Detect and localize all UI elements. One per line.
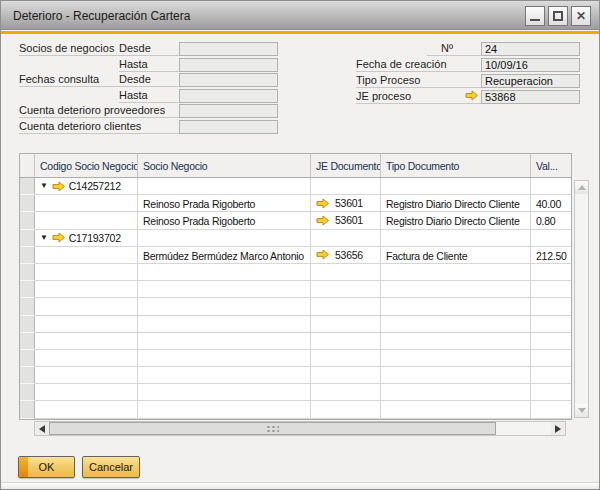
- field-label: Hasta: [119, 89, 179, 103]
- table-row-empty[interactable]: [20, 350, 571, 367]
- window-title: Deterioro - Recuperación Cartera: [13, 9, 190, 23]
- je-proceso-field[interactable]: 53868: [481, 90, 580, 104]
- link-arrow-icon[interactable]: [316, 249, 329, 260]
- table-row-group[interactable]: ▼ C17193702: [20, 230, 571, 247]
- table-row[interactable]: Reinoso Prada Rigoberto 53601 Registro D…: [20, 195, 571, 212]
- je-documento-cell: 53656: [335, 249, 363, 261]
- socio-negocio-cell: Reinoso Prada Rigoberto: [138, 212, 311, 229]
- ok-button[interactable]: OK: [18, 456, 75, 478]
- socio-negocio-cell: Reinoso Prada Rigoberto: [138, 195, 311, 212]
- filter-form: Socios de negocios Desde Hasta Fechas co…: [19, 42, 297, 135]
- column-header[interactable]: Socio Negocio: [138, 154, 311, 177]
- table-row-empty[interactable]: [20, 281, 571, 298]
- scroll-right-icon: [555, 425, 565, 433]
- form-row: Cuenta deterioro proveedores: [19, 104, 297, 120]
- column-header[interactable]: Codigo Socio Negocio: [35, 154, 138, 177]
- table-row-empty[interactable]: [20, 316, 571, 333]
- fechas-desde-field[interactable]: [179, 73, 278, 87]
- scroll-up-button[interactable]: [575, 181, 588, 194]
- row-selector[interactable]: [20, 298, 35, 315]
- titlebar[interactable]: Deterioro - Recuperación Cartera ✕: [1, 1, 599, 30]
- fechas-hasta-field[interactable]: [179, 89, 278, 103]
- table-row-empty[interactable]: [20, 401, 571, 418]
- socios-hasta-field[interactable]: [179, 58, 278, 72]
- close-button[interactable]: ✕: [571, 6, 591, 26]
- tipo-documento-cell: Registro Diario Directo Cliente: [381, 195, 531, 212]
- form-row: Fechas consulta Desde: [19, 73, 297, 89]
- column-header[interactable]: JE Documento: [311, 154, 381, 177]
- field-label: JE proceso: [356, 90, 411, 103]
- row-selector[interactable]: [20, 247, 35, 264]
- scroll-left-button[interactable]: [35, 422, 49, 435]
- table-row[interactable]: Reinoso Prada Rigoberto 53601 Registro D…: [20, 212, 571, 229]
- table-row-empty[interactable]: [20, 298, 571, 315]
- default-button-stripe: [19, 457, 28, 477]
- form-row: Socios de negocios Desde: [19, 42, 297, 58]
- maximize-button[interactable]: [548, 6, 568, 26]
- tipo-proceso-field[interactable]: Recuperacion: [481, 74, 580, 88]
- tipo-documento-cell: Factura de Cliente: [381, 247, 531, 264]
- row-selector[interactable]: [20, 316, 35, 333]
- row-selector-header[interactable]: [20, 154, 35, 177]
- row-selector[interactable]: [20, 212, 35, 229]
- link-arrow-icon[interactable]: [316, 215, 329, 226]
- field-label: Desde: [119, 73, 179, 87]
- row-selector[interactable]: [20, 367, 35, 384]
- table-row-group[interactable]: ▼ C14257212: [20, 178, 571, 195]
- link-arrow-icon[interactable]: [316, 198, 329, 209]
- fecha-creacion-field[interactable]: 10/09/16: [481, 58, 580, 72]
- je-documento-cell: 53601: [335, 214, 363, 226]
- collapse-icon[interactable]: ▼: [40, 234, 48, 242]
- scroll-up-icon: [578, 181, 586, 190]
- row-selector[interactable]: [20, 350, 35, 367]
- table-row-empty[interactable]: [20, 384, 571, 401]
- row-selector[interactable]: [20, 178, 35, 195]
- scroll-down-icon: [578, 408, 586, 417]
- table-row-empty[interactable]: [20, 367, 571, 384]
- scroll-right-button[interactable]: [551, 422, 565, 435]
- scroll-down-button[interactable]: [575, 404, 588, 417]
- vertical-scrollbar[interactable]: [574, 180, 589, 418]
- minimize-icon: [530, 19, 540, 21]
- je-documento-cell: 53601: [335, 197, 363, 209]
- documents-table: Codigo Socio Negocio Socio Negocio JE Do…: [19, 153, 572, 420]
- row-selector[interactable]: [20, 281, 35, 298]
- dialog-window: Deterioro - Recuperación Cartera ✕ Socio…: [0, 0, 600, 490]
- cuenta-proveedores-field[interactable]: [179, 104, 278, 118]
- table-row-empty[interactable]: [20, 264, 571, 281]
- link-arrow-icon[interactable]: [52, 181, 65, 192]
- link-arrow-icon[interactable]: [465, 90, 478, 101]
- cancel-button[interactable]: Cancelar: [82, 456, 140, 478]
- bp-code: C17193702: [69, 232, 121, 244]
- row-selector[interactable]: [20, 333, 35, 350]
- minimize-button[interactable]: [525, 6, 545, 26]
- column-header[interactable]: Val...: [531, 154, 571, 177]
- cuenta-clientes-field[interactable]: [179, 120, 278, 134]
- column-header[interactable]: Tipo Documento: [381, 154, 531, 177]
- process-info-form: Nº 24 Fecha de creación 10/09/16 Tipo Pr…: [356, 42, 580, 106]
- window-bottom-edge: [1, 482, 599, 489]
- field-label: Fechas consulta: [19, 73, 119, 87]
- table-row-empty[interactable]: [20, 333, 571, 350]
- form-row: Fecha de creación 10/09/16: [356, 58, 580, 74]
- bp-code: C14257212: [69, 180, 121, 192]
- cancel-button-label: Cancelar: [89, 461, 133, 473]
- field-label: Fecha de creación: [356, 58, 481, 72]
- numero-field[interactable]: 24: [481, 42, 580, 56]
- row-selector[interactable]: [20, 195, 35, 212]
- ok-button-label: OK: [39, 461, 55, 473]
- horizontal-scrollbar[interactable]: [34, 421, 566, 436]
- row-selector[interactable]: [20, 384, 35, 401]
- scrollbar-thumb[interactable]: [49, 422, 496, 435]
- maximize-icon: [553, 11, 563, 21]
- socios-desde-field[interactable]: [179, 42, 278, 56]
- link-arrow-icon[interactable]: [52, 232, 65, 243]
- row-selector[interactable]: [20, 230, 35, 247]
- row-selector[interactable]: [20, 401, 35, 418]
- table-header: Codigo Socio Negocio Socio Negocio JE Do…: [20, 154, 571, 178]
- row-selector[interactable]: [20, 264, 35, 281]
- form-row: JE proceso 53868: [356, 90, 580, 106]
- form-row: Cuenta deterioro clientes: [19, 120, 297, 136]
- collapse-icon[interactable]: ▼: [40, 182, 48, 190]
- table-row[interactable]: Bermúdez Bermúdez Marco Antonio 53656 Fa…: [20, 247, 571, 264]
